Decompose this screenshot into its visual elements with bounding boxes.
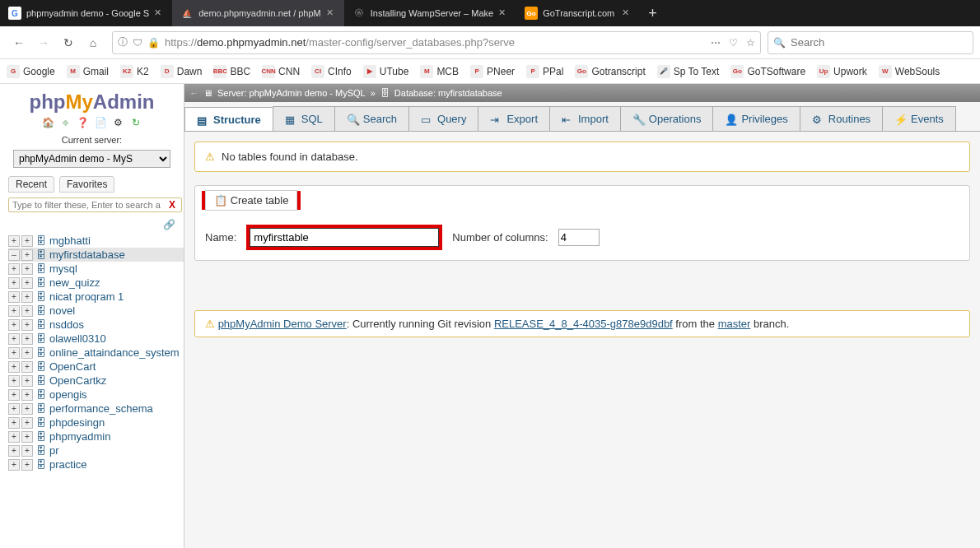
recent-tab[interactable]: Recent	[8, 176, 54, 193]
columns-input[interactable]	[558, 229, 600, 246]
browser-tab[interactable]: Go GoTranscript.com ✕	[516, 0, 640, 26]
expand-icon[interactable]: +	[8, 445, 20, 457]
logout-icon[interactable]: ⎆	[58, 117, 72, 130]
db-tree-item[interactable]: ++🗄performance_schema	[8, 402, 184, 416]
db-tree-item[interactable]: ++🗄online_attaindance_system	[8, 346, 184, 360]
new-tab-button[interactable]: +	[640, 5, 665, 22]
expand-icon[interactable]: +	[21, 249, 33, 261]
bookmark-item[interactable]: UpUpwork	[817, 65, 867, 78]
revision-link[interactable]: RELEASE_4_8_4-4035-g878e9d9dbf	[494, 318, 673, 330]
close-icon[interactable]: ✕	[154, 7, 166, 19]
expand-icon[interactable]: +	[21, 235, 33, 247]
db-tree-item[interactable]: ++🗄mgbhatti	[8, 234, 184, 248]
collapse-icon[interactable]: ←	[189, 88, 198, 98]
bookmark-item[interactable]: 🎤Sp To Text	[657, 65, 720, 78]
expand-icon[interactable]: +	[21, 445, 33, 457]
tab-sql[interactable]: ▦SQL	[273, 106, 335, 131]
more-icon[interactable]: ⋯	[711, 37, 721, 49]
shield-icon[interactable]: 🛡	[133, 37, 142, 49]
db-tree-item[interactable]: ++🗄new_quizz	[8, 276, 184, 290]
db-tree-item[interactable]: ++🗄OpenCart	[8, 360, 184, 374]
db-tree-item[interactable]: ++🗄nsddos	[8, 318, 184, 332]
db-tree-item[interactable]: ++🗄pr	[8, 444, 184, 457]
reload-icon[interactable]: ↻	[128, 117, 143, 130]
db-tree-item[interactable]: ++🗄OpenCartkz	[8, 374, 184, 388]
bookmark-item[interactable]: CNNCNN	[262, 65, 300, 78]
expand-icon[interactable]: +	[21, 291, 33, 303]
db-tree-item[interactable]: ++🗄olawell0310	[8, 332, 184, 346]
bookmark-item[interactable]: BBCBBC	[213, 65, 250, 78]
docs-icon[interactable]: ❓	[76, 117, 91, 130]
home-button[interactable]: ⌂	[81, 30, 105, 55]
tab-query[interactable]: ▭Query	[408, 106, 478, 131]
expand-icon[interactable]: +	[8, 361, 20, 373]
expand-icon[interactable]: +	[8, 291, 20, 303]
breadcrumb-server[interactable]: Server: phpMyAdmin demo - MySQL	[217, 88, 366, 98]
close-icon[interactable]: ✕	[498, 7, 510, 19]
db-tree-item[interactable]: ++🗄opengis	[8, 388, 184, 402]
phpmyadmin-logo[interactable]: phpMyAdmin	[0, 84, 184, 115]
expand-icon[interactable]: –	[8, 249, 20, 261]
create-table-legend[interactable]: 📋 Create table	[205, 190, 297, 211]
tab-events[interactable]: ⚡Events	[882, 106, 956, 131]
settings-icon[interactable]: ⚙	[111, 117, 126, 130]
expand-icon[interactable]: +	[8, 277, 20, 289]
expand-icon[interactable]: +	[21, 389, 33, 401]
expand-icon[interactable]: +	[21, 417, 33, 429]
bookmark-item[interactable]: CICInfo	[311, 65, 352, 78]
expand-icon[interactable]: +	[21, 375, 33, 387]
expand-icon[interactable]: +	[21, 305, 33, 317]
forward-button[interactable]: →	[31, 30, 56, 55]
expand-icon[interactable]: +	[21, 361, 33, 373]
back-button[interactable]: ←	[7, 30, 31, 55]
server-select[interactable]: phpMyAdmin demo - MyS	[13, 150, 170, 168]
tab-export[interactable]: ⇥Export	[478, 106, 550, 131]
expand-icon[interactable]: +	[8, 305, 20, 317]
browser-tab[interactable]: ⓦ Installing WampServer – Make ✕	[344, 0, 516, 26]
expand-icon[interactable]: +	[21, 263, 33, 275]
expand-icon[interactable]: +	[21, 431, 33, 443]
tab-import[interactable]: ⇤Import	[549, 106, 621, 131]
bookmark-item[interactable]: MMCB	[420, 65, 459, 78]
db-tree-item[interactable]: ++🗄phpmyadmin	[8, 430, 184, 444]
clear-filter-icon[interactable]: X	[169, 199, 175, 211]
expand-icon[interactable]: +	[8, 263, 20, 275]
bookmark-item[interactable]: PPNeer	[470, 65, 515, 78]
tab-search[interactable]: 🔍Search	[334, 106, 409, 131]
tab-operations[interactable]: 🔧Operations	[620, 106, 714, 131]
expand-icon[interactable]: +	[8, 389, 20, 401]
expand-icon[interactable]: +	[8, 235, 20, 247]
address-bar[interactable]: ⓘ 🛡 🔒 https:// demo.phpmyadmin.net /mast…	[112, 31, 761, 54]
expand-icon[interactable]: +	[21, 333, 33, 345]
favorites-tab[interactable]: Favorites	[59, 176, 114, 193]
browser-search[interactable]: 🔍	[768, 31, 973, 54]
reader-icon[interactable]: ♡	[729, 37, 738, 49]
db-filter-input[interactable]	[8, 197, 182, 212]
search-input[interactable]	[791, 36, 968, 49]
bookmark-item[interactable]: DDawn	[161, 65, 203, 78]
expand-icon[interactable]: +	[8, 319, 20, 331]
db-tree-item[interactable]: –+🗄myfirstdatabase	[8, 248, 184, 262]
expand-icon[interactable]: +	[21, 347, 33, 359]
bookmark-icon[interactable]: ☆	[746, 37, 755, 49]
bookmark-item[interactable]: GGoogle	[7, 65, 55, 78]
expand-icon[interactable]: +	[21, 459, 33, 471]
bookmark-item[interactable]: GoGoTSoftware	[730, 65, 805, 78]
expand-icon[interactable]: +	[21, 277, 33, 289]
expand-icon[interactable]: +	[8, 431, 20, 443]
expand-icon[interactable]: +	[8, 403, 20, 415]
bookmark-item[interactable]: GoGotranscript	[575, 65, 645, 78]
expand-icon[interactable]: +	[21, 403, 33, 415]
bookmark-item[interactable]: ▶UTube	[363, 65, 409, 78]
home-icon[interactable]: 🏠	[40, 117, 55, 130]
db-tree-item[interactable]: ++🗄nicat proqram 1	[8, 290, 184, 304]
expand-icon[interactable]: +	[21, 319, 33, 331]
demo-server-link[interactable]: phpMyAdmin Demo Server	[218, 318, 347, 330]
close-icon[interactable]: ✕	[622, 7, 633, 19]
expand-icon[interactable]: +	[8, 459, 20, 471]
db-tree-item[interactable]: ++🗄practice	[8, 457, 184, 471]
db-tree-item[interactable]: ++🗄phpdesingn	[8, 416, 184, 430]
db-tree-item[interactable]: ++🗄novel	[8, 304, 184, 318]
expand-icon[interactable]: +	[8, 375, 20, 387]
breadcrumb-db[interactable]: Database: myfirstdatabase	[394, 88, 502, 98]
